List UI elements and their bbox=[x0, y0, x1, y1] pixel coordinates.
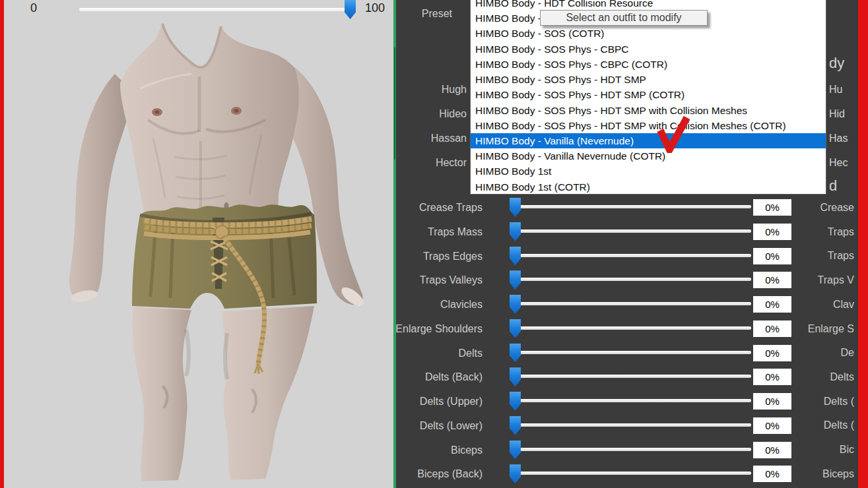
divider-scroll-thumb bbox=[394, 47, 395, 160]
slider-row: Delts (Upper)0% bbox=[0, 389, 868, 413]
slider-label: Delts (Lower) bbox=[370, 413, 483, 438]
slider-value-box[interactable]: 0% bbox=[753, 248, 791, 264]
panel-label-fragment: De bbox=[841, 340, 854, 365]
slider-handle[interactable] bbox=[510, 441, 521, 460]
panel-label-fragment: d bbox=[829, 173, 837, 198]
outfit-option[interactable]: HIMBO Body - SOS (COTR) bbox=[471, 26, 826, 41]
slider-row: Traps Valleys0% bbox=[0, 268, 868, 292]
outfit-option[interactable]: HIMBO Body 1st (COTR) bbox=[471, 179, 826, 195]
outfit-option[interactable]: HIMBO Body - Vanilla Nevernude (COTR) bbox=[471, 148, 826, 164]
outfit-dropdown-list[interactable]: HIMBO Body - HDT Collision ResourceHIMBO… bbox=[470, 0, 826, 195]
panel-label-fragment: Delts bbox=[830, 365, 854, 389]
outfit-option[interactable]: HIMBO Body - Vanilla (Nevernude) bbox=[471, 133, 826, 148]
panel-label-fragment: Crease bbox=[820, 195, 854, 220]
slider-row: Biceps (Back)0% bbox=[0, 462, 868, 486]
panel-label-fragment: Hu bbox=[829, 77, 842, 102]
slider-track[interactable] bbox=[516, 448, 751, 451]
slider-handle[interactable] bbox=[510, 392, 521, 411]
slider-label: Hector bbox=[370, 150, 467, 175]
outfit-option[interactable]: HIMBO Body - SOS Phys - CBPC bbox=[471, 42, 826, 57]
panel-label-fragment: Hec bbox=[829, 150, 848, 175]
slider-row: Delts (Back)0% bbox=[0, 365, 868, 389]
slider-track[interactable] bbox=[516, 254, 751, 257]
slider-value-box[interactable]: 0% bbox=[753, 296, 791, 313]
slider-value-box[interactable]: 0% bbox=[753, 224, 791, 240]
panel-label-fragment: Delts ( bbox=[824, 413, 854, 437]
outfit-option[interactable]: HIMBO Body - SOS Phys - HDT SMP bbox=[471, 72, 826, 87]
slider-row: Delts0% bbox=[0, 341, 868, 365]
slider-value-box[interactable]: 0% bbox=[753, 466, 791, 482]
slider-value-box[interactable]: 0% bbox=[753, 320, 791, 337]
slider-track[interactable] bbox=[516, 205, 751, 208]
slider-label: Traps Edges bbox=[370, 244, 483, 268]
panel-label-fragment: Enlarge S bbox=[808, 317, 854, 341]
panel-label-fragment: dy bbox=[829, 51, 844, 75]
outfit-option[interactable]: HIMBO Body - SOS Phys - HDT SMP (COTR) bbox=[471, 87, 826, 102]
slider-track[interactable] bbox=[516, 229, 751, 233]
slider-row: Delts (Lower)0% bbox=[0, 413, 868, 438]
panel-label-fragment: Traps bbox=[828, 220, 854, 244]
outfit-tooltip: Select an outfit to modify bbox=[540, 10, 708, 26]
slider-handle[interactable] bbox=[510, 247, 521, 266]
left-red-border bbox=[0, 0, 4, 488]
panel-label-fragment: Hid bbox=[829, 102, 845, 126]
outfit-option[interactable]: HIMBO Body 1st bbox=[471, 164, 826, 179]
bodyslide-window: 0 100 Preset HughHideoHassanHector Creas… bbox=[0, 0, 868, 488]
slider-label: Delts (Upper) bbox=[370, 389, 483, 413]
slider-track[interactable] bbox=[516, 302, 751, 305]
panel-label-fragment: Clav bbox=[833, 292, 854, 317]
panel-label-fragment: Traps V bbox=[818, 268, 854, 292]
right-red-border bbox=[858, 0, 868, 488]
slider-handle[interactable] bbox=[510, 270, 521, 290]
slider-label: Enlarge Shoulders bbox=[370, 317, 483, 341]
slider-track[interactable] bbox=[516, 375, 751, 378]
panel-label-fragment: Traps bbox=[828, 243, 854, 268]
slider-handle[interactable] bbox=[510, 367, 521, 386]
outfit-option[interactable]: HIMBO Body - SOS Phys - HDT SMP with Col… bbox=[471, 103, 826, 118]
slider-handle[interactable] bbox=[510, 222, 521, 241]
outfit-option[interactable]: HIMBO Body - SOS Phys - HDT SMP with Col… bbox=[471, 118, 826, 133]
slider-track[interactable] bbox=[516, 326, 751, 330]
slider-value-box[interactable]: 0% bbox=[753, 442, 791, 458]
slider-value-box[interactable]: 0% bbox=[753, 345, 791, 361]
slider-track[interactable] bbox=[516, 399, 751, 402]
slider-row: Traps Edges0% bbox=[0, 244, 868, 268]
slider-label: Biceps bbox=[370, 438, 483, 462]
slider-handle[interactable] bbox=[510, 416, 521, 435]
slider-value-box[interactable]: 0% bbox=[753, 417, 791, 434]
slider-track[interactable] bbox=[516, 423, 751, 427]
slider-track[interactable] bbox=[516, 351, 751, 354]
outfit-option[interactable]: HIMBO Body - SOS Phys - CBPC (COTR) bbox=[471, 57, 826, 72]
red-checkmark-annotation bbox=[655, 113, 690, 156]
weight-slider-max-label: 100 bbox=[365, 1, 385, 15]
slider-value-box[interactable]: 0% bbox=[753, 199, 791, 216]
weight-slider-min-label: 0 bbox=[30, 1, 37, 15]
slider-handle[interactable] bbox=[510, 319, 521, 338]
slider-handle[interactable] bbox=[510, 464, 521, 483]
slider-label: Hideo bbox=[370, 102, 467, 126]
panel-label-fragment: Has bbox=[829, 126, 848, 150]
slider-label: Traps Mass bbox=[370, 220, 483, 244]
panel-label-fragment: Bic bbox=[840, 437, 854, 462]
weight-slider-track[interactable] bbox=[79, 8, 352, 11]
slider-row: Traps Mass0% bbox=[0, 220, 868, 244]
slider-track[interactable] bbox=[516, 278, 751, 281]
slider-value-box[interactable]: 0% bbox=[753, 393, 791, 410]
slider-row: Clavicles0% bbox=[0, 292, 868, 317]
slider-label: Hassan bbox=[370, 126, 467, 150]
slider-label: Delts (Back) bbox=[370, 365, 483, 389]
slider-label: Delts bbox=[370, 341, 483, 365]
slider-handle[interactable] bbox=[510, 344, 521, 363]
slider-label: Traps Valleys bbox=[370, 268, 483, 292]
outfit-option[interactable]: HIMBO Body - HDT Collision Resource bbox=[471, 0, 826, 11]
slider-label: Hugh bbox=[370, 77, 467, 102]
panel-label-fragment: Biceps bbox=[822, 462, 854, 486]
slider-handle[interactable] bbox=[510, 295, 521, 314]
slider-row: Crease Traps0% bbox=[0, 195, 868, 220]
slider-handle[interactable] bbox=[510, 198, 521, 217]
panel-label-fragment: Delts ( bbox=[824, 389, 854, 413]
slider-track[interactable] bbox=[516, 472, 751, 475]
slider-value-box[interactable]: 0% bbox=[753, 272, 791, 288]
slider-value-box[interactable]: 0% bbox=[753, 369, 791, 385]
slider-row: Enlarge Shoulders0% bbox=[0, 317, 868, 341]
